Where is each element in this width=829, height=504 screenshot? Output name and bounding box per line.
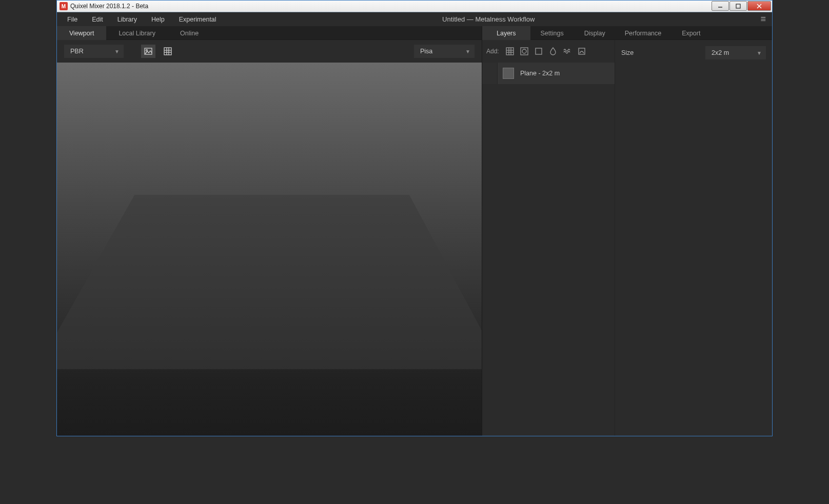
prop-size-row: Size 2x2 m ▼ [621,46,766,59]
add-liquid-icon[interactable] [546,45,560,58]
add-solid-icon[interactable] [532,45,545,58]
view-mode-grid-button[interactable] [161,45,175,58]
environment-value: Pisa [420,48,432,55]
tab-row: Viewport Local Library Online Layers Set… [57,26,772,40]
layer-item[interactable]: Plane - 2x2 m [498,63,615,84]
viewport-3d[interactable] [57,63,482,436]
add-paint-icon[interactable] [575,45,588,58]
close-button[interactable] [747,1,771,11]
maximize-button[interactable] [729,1,747,11]
titlebar[interactable]: M Quixel Mixer 2018.1.2 - Beta [57,1,772,12]
add-decal-icon[interactable] [518,45,531,58]
svg-rect-13 [506,48,514,55]
svg-rect-20 [536,48,542,54]
tab-performance[interactable]: Performance [616,26,671,40]
tab-display[interactable]: Display [574,26,616,40]
tab-settings[interactable]: Settings [530,26,574,40]
chevron-down-icon: ▼ [114,49,120,54]
left-column: PBR ▼ Pisa ▼ [57,40,482,436]
add-label: Add: [486,48,499,55]
environment-dropdown[interactable]: Pisa ▼ [414,45,475,58]
layer-row[interactable]: Plane - 2x2 m [482,63,615,84]
app-icon: M [60,2,68,10]
shading-mode-value: PBR [70,48,84,55]
svg-rect-18 [521,48,528,55]
tab-local-library[interactable]: Local Library [106,26,168,40]
viewport-toolbar: PBR ▼ Pisa ▼ [57,40,482,63]
ground-plane [57,195,482,369]
prop-size-dropdown[interactable]: 2x2 m ▼ [705,46,766,59]
layer-handle[interactable] [482,63,498,84]
prop-size-value: 2x2 m [712,49,729,56]
minimize-button[interactable] [712,1,729,11]
menu-experimental[interactable]: Experimental [172,12,224,26]
svg-rect-6 [164,48,171,55]
chevron-down-icon: ▼ [757,50,762,56]
tab-online[interactable]: Online [168,26,211,40]
svg-marker-11 [57,195,482,369]
window-title: Quixel Mixer 2018.1.2 - Beta [70,3,148,10]
view-mode-image-button[interactable] [141,45,155,58]
tab-export[interactable]: Export [670,26,712,40]
menubar: File Edit Library Help Experimental Unti… [57,12,772,26]
svg-point-19 [522,49,526,53]
chevron-down-icon: ▼ [465,49,470,54]
menu-help[interactable]: Help [144,12,172,26]
properties-panel: Size 2x2 m ▼ [615,40,772,436]
add-surface-icon[interactable] [503,45,517,58]
svg-rect-1 [736,4,740,8]
layers-panel: Add: Plane - 2x2 m [482,40,615,436]
menu-library[interactable]: Library [110,12,144,26]
shading-mode-dropdown[interactable]: PBR ▼ [64,45,124,58]
layers-list: Plane - 2x2 m [482,63,615,436]
layer-thumb [503,68,514,79]
settings-icon[interactable]: ≡ [754,14,769,25]
menu-file[interactable]: File [60,12,85,26]
add-noise-icon[interactable] [561,45,574,58]
menu-edit[interactable]: Edit [85,12,110,26]
layer-name: Plane - 2x2 m [520,70,560,77]
layers-add-bar: Add: [482,40,615,63]
tab-layers[interactable]: Layers [482,26,530,40]
right-column: Add: Plane - 2x2 m [482,40,772,436]
document-title: Untitled — Metalness Workflow [224,15,754,23]
content: PBR ▼ Pisa ▼ [57,40,772,436]
tab-viewport[interactable]: Viewport [57,26,106,40]
svg-point-5 [146,50,148,51]
app-window: M Quixel Mixer 2018.1.2 - Beta File Edit… [56,0,773,436]
prop-size-label: Size [621,49,634,56]
